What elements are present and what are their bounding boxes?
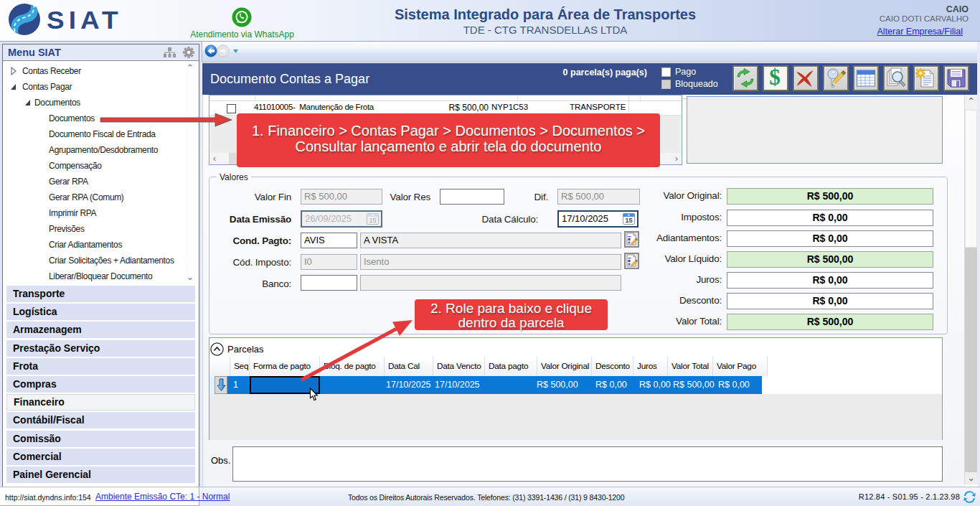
svg-text:15: 15 bbox=[625, 217, 632, 224]
svg-text:15: 15 bbox=[369, 217, 376, 224]
